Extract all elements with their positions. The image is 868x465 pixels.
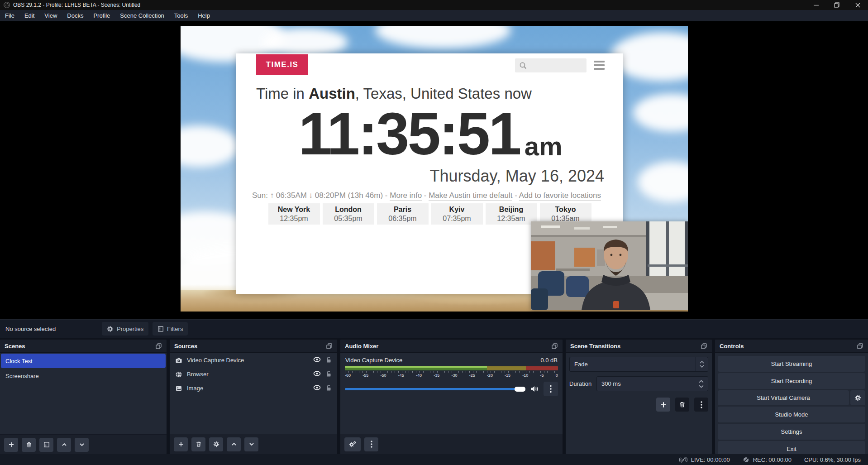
menu-file[interactable]: File	[0, 10, 19, 21]
chevron-down-icon[interactable]	[699, 385, 704, 388]
controls-body: Start Streaming Start Recording Start Vi…	[715, 353, 868, 454]
menu-tools[interactable]: Tools	[169, 10, 193, 21]
scene-item-clock-test[interactable]: Clock Test	[1, 354, 166, 368]
filters-button[interactable]: Filters	[153, 322, 188, 336]
menu-edit[interactable]: Edit	[19, 10, 39, 21]
volume-slider[interactable]	[345, 388, 525, 390]
minimize-button[interactable]	[806, 0, 826, 10]
source-item-image[interactable]: Image	[171, 381, 336, 395]
menu-view[interactable]: View	[39, 10, 62, 21]
close-icon	[855, 3, 860, 8]
add-source-button[interactable]	[174, 437, 188, 451]
duration-label: Duration	[569, 380, 596, 387]
scene-filters-button[interactable]	[39, 438, 53, 452]
rec-status: REC: 00:00:00	[743, 456, 792, 463]
hamburger-menu-icon	[594, 61, 605, 70]
kebab-icon	[701, 401, 702, 408]
meter-tick-marks	[345, 371, 558, 373]
source-lock-toggle[interactable]	[325, 356, 332, 364]
move-source-up-button[interactable]	[227, 437, 241, 451]
source-lock-toggle[interactable]	[325, 370, 332, 379]
menu-docks[interactable]: Docks	[62, 10, 88, 21]
start-virtual-camera-button[interactable]: Start Virtual Camera	[718, 390, 849, 405]
timeis-logo: TIME.IS	[256, 54, 308, 75]
window-controls	[806, 0, 868, 10]
mixer-channel-menu-button[interactable]	[544, 382, 558, 396]
search-input	[515, 58, 587, 72]
speaker-icon[interactable]	[530, 385, 539, 393]
make-default-link: Make Austin time default	[429, 191, 512, 201]
window-title: OBS 29.1.2 - Profile: LLHLS BETA - Scene…	[13, 2, 140, 8]
status-bar: LIVE: 00:00:00 REC: 00:00:00 CPU: 0.6%, …	[0, 454, 868, 465]
trash-icon	[196, 441, 202, 447]
close-button[interactable]	[847, 0, 868, 10]
live-status: LIVE: 00:00:00	[679, 456, 730, 463]
popout-icon[interactable]	[551, 343, 558, 350]
popout-icon[interactable]	[857, 343, 863, 350]
preview-area: TIME.IS Time in Austin, Texas, United St…	[0, 21, 868, 319]
volume-slider-handle[interactable]	[515, 387, 525, 392]
filter-icon	[43, 441, 50, 448]
cloud	[262, 28, 348, 57]
properties-button[interactable]: Properties	[102, 322, 148, 336]
menu-help[interactable]: Help	[193, 10, 215, 21]
preview-canvas[interactable]: TIME.IS Time in Austin, Texas, United St…	[181, 26, 688, 312]
duration-input[interactable]: 300 ms	[596, 376, 708, 391]
move-scene-down-button[interactable]	[75, 438, 89, 452]
add-scene-button[interactable]	[4, 438, 18, 452]
menu-profile[interactable]: Profile	[88, 10, 115, 21]
scenes-panel: Scenes Clock Test Screenshare	[0, 340, 167, 454]
settings-button[interactable]: Settings	[718, 424, 865, 440]
trash-icon	[679, 401, 686, 408]
cloud	[181, 125, 239, 167]
source-visibility-toggle[interactable]	[313, 356, 321, 364]
mixer-channel-name: Video Capture Device	[345, 357, 402, 364]
source-item-video-capture[interactable]: Video Capture Device	[171, 353, 336, 367]
scenes-panel-header: Scenes	[0, 340, 167, 353]
rec-status-icon	[743, 456, 749, 463]
minimize-icon	[814, 3, 819, 8]
popout-icon[interactable]	[155, 343, 162, 350]
move-scene-up-button[interactable]	[57, 438, 71, 452]
timeis-clock-time: 11:35:51	[299, 106, 520, 161]
image-icon	[175, 385, 182, 392]
audio-mixer-body: Video Capture Device 0.0 dB -60-55-50-45…	[340, 353, 563, 454]
world-clock: Kyiv07:35pm	[431, 203, 483, 225]
studio-mode-button[interactable]: Studio Mode	[718, 407, 865, 422]
source-properties-button[interactable]	[209, 437, 223, 451]
remove-scene-button[interactable]	[22, 438, 36, 452]
webcam-overlay-source[interactable]	[531, 221, 688, 310]
menu-scene-collection[interactable]: Scene Collection	[115, 10, 169, 21]
cloud	[375, 26, 511, 48]
mixer-menu-button[interactable]	[364, 437, 378, 451]
add-favorite-link: Add to favorite locations	[519, 191, 601, 201]
transition-select[interactable]: Fade	[569, 357, 708, 372]
exit-button[interactable]: Exit	[718, 441, 865, 454]
title-bar: OBS 29.1.2 - Profile: LLHLS BETA - Scene…	[0, 0, 868, 10]
remove-source-button[interactable]	[191, 437, 205, 451]
sources-panel: Sources Video Capture Device Browser Ima…	[170, 340, 337, 454]
source-visibility-toggle[interactable]	[313, 370, 321, 378]
start-streaming-button[interactable]: Start Streaming	[718, 356, 865, 372]
popout-icon[interactable]	[701, 343, 707, 350]
remove-transition-button[interactable]	[675, 398, 689, 412]
source-item-browser[interactable]: Browser	[171, 367, 336, 381]
start-recording-button[interactable]: Start Recording	[718, 373, 865, 389]
chevron-up-icon[interactable]	[699, 380, 704, 383]
obs-window: OBS 29.1.2 - Profile: LLHLS BETA - Scene…	[0, 0, 868, 465]
virtual-camera-settings-button[interactable]	[850, 390, 865, 405]
audio-mixer-header: Audio Mixer	[340, 340, 563, 353]
audio-mixer-panel: Audio Mixer Video Capture Device 0.0 dB …	[340, 340, 563, 454]
popout-icon[interactable]	[326, 343, 333, 350]
source-visibility-toggle[interactable]	[313, 384, 321, 392]
transition-properties-button[interactable]	[694, 398, 708, 412]
maximize-button[interactable]	[826, 0, 847, 10]
move-source-down-button[interactable]	[244, 437, 258, 451]
scene-item-screenshare[interactable]: Screenshare	[1, 369, 166, 383]
add-transition-button[interactable]	[656, 398, 670, 412]
timeis-sun-line: Sun: ↑ 06:35AM ↓ 08:20PM (13h 46m) - Mor…	[236, 191, 617, 200]
source-lock-toggle[interactable]	[325, 384, 332, 393]
gear-icon	[107, 326, 114, 332]
advanced-audio-button[interactable]	[344, 437, 361, 451]
obs-logo-icon	[4, 2, 10, 8]
